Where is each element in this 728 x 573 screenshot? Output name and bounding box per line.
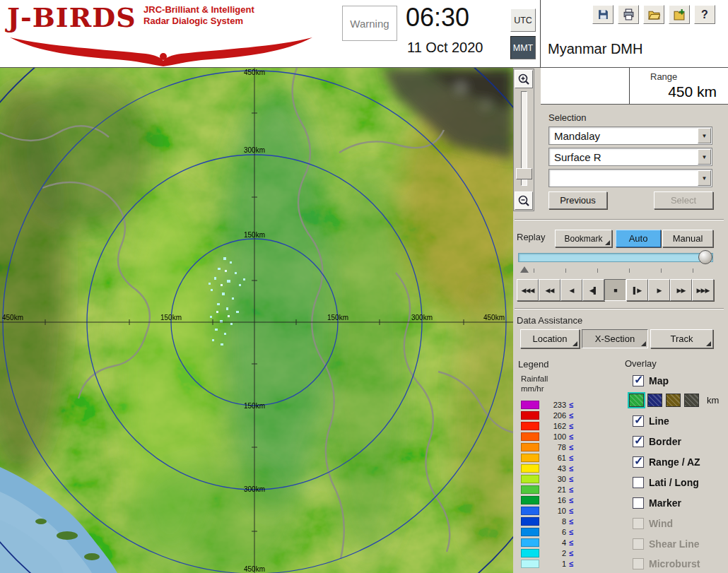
logo-taglines: JRC-Brilliant & Intelligent Radar Dialog… bbox=[143, 4, 254, 28]
replay-slider-track[interactable] bbox=[518, 253, 713, 262]
step-back-button[interactable]: ◀▌ bbox=[582, 279, 604, 301]
data-assistance-label: Data Assistance bbox=[517, 315, 582, 326]
chevron-down-icon[interactable]: ▼ bbox=[698, 170, 711, 186]
utc-button[interactable]: UTC bbox=[510, 8, 536, 32]
header: J-BIRDS JRC-Brilliant & Intelligent Rada… bbox=[0, 0, 728, 68]
legend-row: 8≤ bbox=[521, 516, 573, 526]
replay-position-marker bbox=[520, 266, 529, 273]
overlay-item-lati-long[interactable]: Lati / Long bbox=[633, 477, 699, 488]
previous-button[interactable]: Previous bbox=[548, 191, 607, 209]
save-button[interactable] bbox=[592, 5, 613, 24]
map-style-swatch[interactable] bbox=[684, 394, 699, 407]
km-label: km bbox=[707, 395, 719, 406]
location-button[interactable]: Location bbox=[520, 329, 580, 348]
map-style-swatch[interactable] bbox=[647, 394, 662, 407]
checkbox[interactable] bbox=[633, 456, 644, 468]
replay-slider-handle[interactable] bbox=[698, 250, 712, 264]
track-button[interactable]: Track bbox=[650, 329, 713, 348]
ring-label: 150km bbox=[327, 314, 348, 321]
export-button[interactable] bbox=[669, 5, 690, 24]
overlay-item-marker[interactable]: Marker bbox=[633, 497, 681, 509]
legend-swatch bbox=[521, 549, 539, 557]
checkbox bbox=[633, 558, 644, 569]
separator bbox=[515, 308, 724, 309]
legend-row: 1≤ bbox=[521, 558, 573, 569]
warning-status-box: Warning bbox=[342, 6, 397, 41]
overlay-item-shear-line: Shear Line bbox=[633, 538, 700, 550]
x-section-button[interactable]: X-Section bbox=[582, 329, 648, 348]
overlay-item-border[interactable]: Border bbox=[633, 436, 681, 447]
overlay-title: Overlay bbox=[625, 358, 657, 369]
playback-controls: ◀◀◀ ◀◀ ◀ ◀▌ ■ ▌▶ ▶ ▶▶ ▶▶▶ bbox=[517, 279, 714, 301]
legend-row: 233≤ bbox=[521, 399, 573, 410]
open-folder-button[interactable] bbox=[643, 5, 664, 24]
logo-tagline-1: JRC-Brilliant & Intelligent bbox=[143, 4, 254, 15]
separator bbox=[515, 219, 724, 220]
legend-row: 100≤ bbox=[521, 431, 573, 442]
zoom-in-icon bbox=[517, 73, 530, 85]
play-button[interactable]: ▶ bbox=[648, 279, 670, 301]
map-style-swatch[interactable] bbox=[629, 394, 644, 407]
overlay-item-line[interactable]: Line bbox=[633, 415, 669, 427]
play-backward-button[interactable]: ◀ bbox=[560, 279, 582, 301]
app-logo: J-BIRDS JRC-Brilliant & Intelligent Rada… bbox=[7, 1, 325, 66]
legend-row: 6≤ bbox=[521, 526, 573, 537]
logo-tagline-2: Radar Dialogic System bbox=[143, 16, 243, 26]
fast-rewind-button[interactable]: ◀◀ bbox=[539, 279, 560, 301]
checkbox[interactable] bbox=[633, 497, 644, 509]
mmt-button[interactable]: MMT bbox=[510, 36, 536, 59]
checkbox bbox=[633, 538, 644, 550]
open-folder-icon bbox=[648, 8, 660, 20]
selection-label: Selection bbox=[548, 112, 586, 123]
overlay-item-range-az[interactable]: Range / AZ bbox=[633, 456, 700, 468]
go-to-start-button[interactable]: ◀◀◀ bbox=[517, 279, 539, 301]
ring-label: 300km bbox=[244, 485, 265, 493]
overlay-item-map[interactable]: Map bbox=[633, 375, 669, 386]
print-button[interactable] bbox=[618, 5, 639, 24]
legend-swatch bbox=[521, 432, 539, 441]
overlay-item-microburst: Microburst bbox=[633, 558, 700, 569]
legend-swatch bbox=[521, 422, 539, 430]
zoom-out-button[interactable] bbox=[515, 191, 533, 210]
step-forward-button[interactable]: ▌▶ bbox=[626, 279, 648, 301]
legend-row: 4≤ bbox=[521, 537, 573, 548]
help-button[interactable]: ? bbox=[694, 5, 715, 24]
replay-label: Replay bbox=[517, 232, 545, 242]
map-style-swatch[interactable] bbox=[666, 394, 681, 407]
product-dropdown[interactable]: Surface R ▼ bbox=[548, 148, 712, 166]
zoom-slider-thumb[interactable] bbox=[516, 168, 532, 179]
chevron-down-icon[interactable]: ▼ bbox=[698, 128, 711, 143]
legend-scale: 233≤ 206≤ 162≤ 100≤ 78≤ 61≤ 43≤ 30≤ 21≤ … bbox=[521, 399, 573, 569]
stop-button[interactable]: ■ bbox=[604, 279, 626, 301]
go-to-end-button[interactable]: ▶▶▶ bbox=[692, 279, 714, 301]
bookmark-button[interactable]: Bookmark bbox=[555, 230, 612, 247]
checkbox[interactable] bbox=[633, 375, 644, 386]
zoom-in-button[interactable] bbox=[515, 70, 533, 88]
manual-button[interactable]: Manual bbox=[662, 230, 713, 247]
chevron-down-icon[interactable]: ▼ bbox=[698, 149, 711, 165]
range-display: Range 450 km bbox=[541, 68, 728, 105]
header-divider bbox=[540, 0, 541, 68]
checkbox[interactable] bbox=[633, 477, 644, 488]
legend-swatch bbox=[521, 507, 539, 515]
fast-forward-button[interactable]: ▶▶ bbox=[670, 279, 692, 301]
clock-date: 11 Oct 2020 bbox=[407, 40, 483, 56]
ring-label: 150km bbox=[244, 402, 265, 410]
radar-map[interactable]: 450km 300km 150km 150km 300km 450km 450k… bbox=[0, 68, 513, 573]
legend-unit-line1: Rainfall bbox=[521, 374, 548, 383]
legend-row: 16≤ bbox=[521, 495, 573, 505]
eagle-icon bbox=[7, 35, 315, 66]
legend-swatch bbox=[521, 485, 539, 494]
site-dropdown-value: Mandalay bbox=[554, 130, 600, 142]
checkbox bbox=[633, 518, 644, 529]
legend-row: 10≤ bbox=[521, 505, 573, 516]
auto-button[interactable]: Auto bbox=[616, 230, 661, 247]
site-dropdown[interactable]: Mandalay ▼ bbox=[548, 126, 712, 145]
legend-title: Legend bbox=[518, 359, 548, 370]
select-button[interactable]: Select bbox=[654, 191, 713, 209]
extra-dropdown[interactable]: ▼ bbox=[548, 169, 712, 187]
ring-label: 150km bbox=[244, 231, 265, 239]
checkbox[interactable] bbox=[633, 436, 644, 447]
checkbox[interactable] bbox=[633, 415, 644, 427]
ring-label: 450km bbox=[244, 565, 265, 573]
